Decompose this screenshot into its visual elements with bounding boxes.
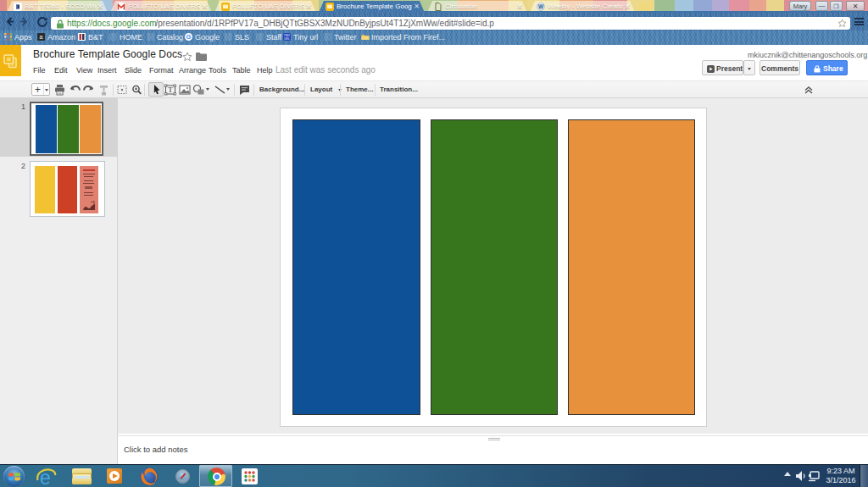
svg-text:URL: URL — [284, 37, 290, 41]
svg-text:a: a — [40, 34, 43, 40]
svg-text:G: G — [186, 33, 192, 41]
svg-text:T: T — [168, 86, 173, 94]
svg-text:W: W — [538, 3, 544, 9]
